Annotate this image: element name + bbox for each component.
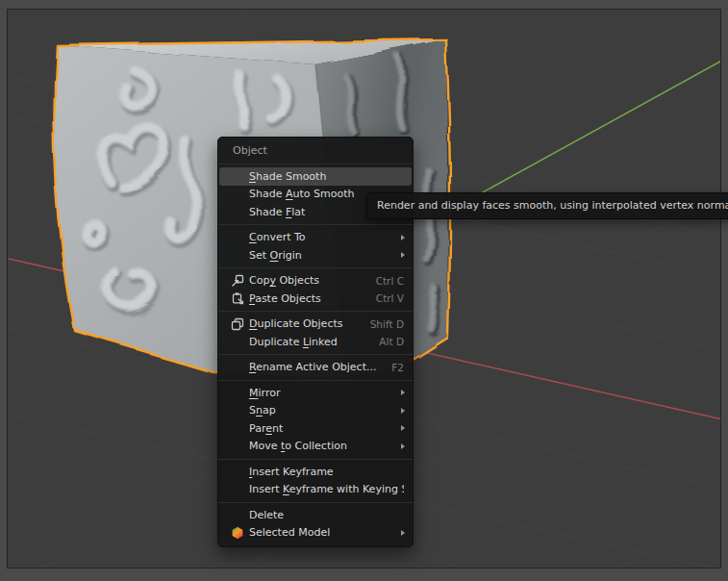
- menu-separator: [218, 267, 413, 268]
- blender-window: Object Shade Smooth Shade Auto Smooth Sh…: [0, 0, 728, 581]
- item-label: Move to Collection: [249, 440, 401, 452]
- submenu-arrow-icon: [401, 530, 405, 536]
- item-label: Duplicate Linked: [249, 336, 379, 348]
- submenu-arrow-icon: [401, 390, 405, 395]
- menu-separator: [218, 311, 413, 312]
- submenu-arrow-icon: [401, 252, 405, 258]
- menu-item-mirror[interactable]: Mirror: [218, 384, 413, 402]
- item-shortcut: F2: [391, 362, 407, 373]
- menu-item-paste-objects[interactable]: Paste Objects Ctrl V: [218, 290, 413, 308]
- item-label: Duplicate Objects: [249, 317, 370, 330]
- shade-smooth-tooltip: Render and display faces smooth, using i…: [366, 192, 728, 219]
- menu-title: Object: [218, 138, 413, 160]
- menu-separator: [218, 380, 413, 381]
- item-label: Mirror: [249, 387, 401, 399]
- item-label: Snap: [249, 404, 401, 417]
- item-label: Shade Smooth: [249, 170, 404, 183]
- menu-item-delete[interactable]: Delete: [218, 506, 413, 524]
- item-shortcut: Alt D: [379, 336, 407, 347]
- menu-item-duplicate-linked[interactable]: Duplicate Linked Alt D: [218, 333, 413, 351]
- menu-separator: [218, 502, 413, 503]
- menu-item-snap[interactable]: Snap: [218, 402, 413, 420]
- menu-separator: [218, 354, 413, 355]
- menu-separator: [218, 224, 413, 225]
- item-label: Selected Model: [249, 526, 401, 539]
- menu-separator: [218, 459, 413, 460]
- menu-item-set-origin[interactable]: Set Origin: [218, 246, 413, 265]
- item-label: Insert Keyframe: [249, 466, 404, 478]
- item-shortcut: Shift D: [370, 318, 407, 330]
- menu-item-rename-active-object[interactable]: Rename Active Object... F2: [218, 359, 413, 377]
- item-label: Delete: [249, 509, 404, 521]
- duplicate-icon: [225, 317, 249, 331]
- item-label: Rename Active Object...: [249, 361, 391, 373]
- item-label: Copy Objects: [249, 274, 376, 287]
- item-shortcut: Ctrl C: [376, 275, 407, 287]
- menu-item-insert-keyframe[interactable]: Insert Keyframe: [218, 463, 413, 481]
- submenu-arrow-icon: [401, 425, 405, 431]
- menu-item-insert-keyframe-with-keying-set[interactable]: Insert Keyframe with Keying Set: [218, 481, 413, 499]
- item-label: Convert To: [249, 231, 401, 243]
- item-shortcut: Ctrl V: [376, 292, 407, 304]
- submenu-arrow-icon: [401, 443, 405, 449]
- item-label: Parent: [249, 422, 401, 435]
- copy-icon: [225, 274, 249, 288]
- item-label: Insert Keyframe with Keying Set: [249, 483, 404, 495]
- menu-item-duplicate-objects[interactable]: Duplicate Objects Shift D: [218, 316, 413, 334]
- menu-item-copy-objects[interactable]: Copy Objects Ctrl C: [218, 272, 413, 290]
- item-label: Set Origin: [249, 249, 401, 262]
- submenu-arrow-icon: [401, 235, 405, 240]
- menu-item-move-to-collection[interactable]: Move to Collection: [218, 438, 413, 456]
- submenu-arrow-icon: [401, 408, 405, 414]
- menu-item-shade-smooth[interactable]: Shade Smooth: [219, 167, 412, 186]
- menu-item-parent[interactable]: Parent: [218, 419, 413, 438]
- paste-icon: [225, 291, 249, 305]
- menu-item-selected-model[interactable]: Selected Model: [218, 524, 413, 543]
- menu-separator: [218, 164, 413, 164]
- item-label: Paste Objects: [249, 292, 376, 305]
- selected-model-icon: [225, 526, 249, 540]
- menu-item-convert-to[interactable]: Convert To: [218, 229, 413, 247]
